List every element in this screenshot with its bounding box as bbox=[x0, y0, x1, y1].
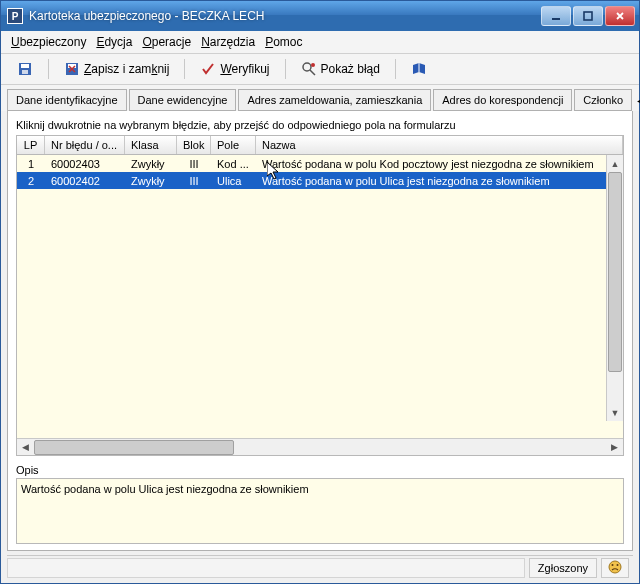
close-button[interactable] bbox=[605, 6, 635, 26]
scroll-up-icon[interactable]: ▲ bbox=[607, 155, 623, 172]
cell-klasa: Zwykły bbox=[125, 157, 177, 171]
table-header: LP Nr błędu / o... Klasa Blok Pole Nazwa bbox=[17, 136, 623, 155]
description-field[interactable]: Wartość podana w polu Ulica jest niezgod… bbox=[16, 478, 624, 544]
svg-rect-1 bbox=[584, 12, 592, 20]
scroll-down-icon[interactable]: ▼ bbox=[607, 404, 623, 421]
toolbar-separator bbox=[285, 59, 286, 79]
save-icon bbox=[17, 61, 33, 77]
svg-point-10 bbox=[609, 561, 621, 573]
titlebar[interactable]: P Kartoteka ubezpieczonego - BECZKA LECH bbox=[1, 1, 639, 31]
tab-scroll: ◀ ▶ bbox=[634, 92, 640, 108]
error-table: LP Nr błędu / o... Klasa Blok Pole Nazwa… bbox=[16, 135, 624, 456]
verify-label: Weryfikuj bbox=[220, 62, 269, 76]
scroll-thumb[interactable] bbox=[608, 172, 622, 372]
menu-pomoc[interactable]: Pomoc bbox=[265, 35, 302, 49]
book-icon bbox=[411, 61, 427, 77]
scroll-thumb[interactable] bbox=[34, 440, 234, 455]
cell-lp: 2 bbox=[17, 174, 45, 188]
scroll-track[interactable] bbox=[34, 440, 606, 455]
scroll-right-icon[interactable]: ▶ bbox=[606, 439, 623, 456]
toolbar-separator bbox=[48, 59, 49, 79]
col-klasa[interactable]: Klasa bbox=[125, 136, 177, 154]
col-nr[interactable]: Nr błędu / o... bbox=[45, 136, 125, 154]
sad-face-icon bbox=[608, 560, 622, 576]
svg-rect-3 bbox=[21, 64, 29, 68]
col-nazwa[interactable]: Nazwa bbox=[256, 136, 623, 154]
status-face bbox=[601, 558, 629, 578]
svg-rect-0 bbox=[552, 18, 560, 20]
tab-content: Kliknij dwukrotnie na wybranym błędzie, … bbox=[7, 111, 633, 551]
save-close-button[interactable]: Zapisz i zamknij bbox=[58, 57, 175, 81]
tab-czlonkowie[interactable]: Członko bbox=[574, 89, 632, 111]
window-buttons bbox=[541, 6, 635, 26]
maximize-button[interactable] bbox=[573, 6, 603, 26]
col-blok[interactable]: Blok bbox=[177, 136, 211, 154]
cell-lp: 1 bbox=[17, 157, 45, 171]
app-icon: P bbox=[7, 8, 23, 24]
horizontal-scrollbar[interactable]: ◀ ▶ bbox=[17, 438, 623, 455]
cell-blok: III bbox=[177, 157, 211, 171]
table-row[interactable]: 1 60002403 Zwykły III Kod ... Wartość po… bbox=[17, 155, 623, 172]
save-close-label: Zapisz i zamknij bbox=[84, 62, 169, 76]
cell-klasa: Zwykły bbox=[125, 174, 177, 188]
table-body: 1 60002403 Zwykły III Kod ... Wartość po… bbox=[17, 155, 623, 438]
check-icon bbox=[200, 61, 216, 77]
cell-nazwa: Wartość podana w polu Kod pocztowy jest … bbox=[256, 157, 623, 171]
vertical-scrollbar[interactable]: ▲ ▼ bbox=[606, 155, 623, 421]
cell-nazwa: Wartość podana w polu Ulica jest niezgod… bbox=[256, 174, 623, 188]
tab-dane-identyfikacyjne[interactable]: Dane identyfikacyjne bbox=[7, 89, 127, 111]
menu-narzedzia[interactable]: Narzędzia bbox=[201, 35, 255, 49]
status-label: Zgłoszony bbox=[538, 562, 588, 574]
description-text: Wartość podana w polu Ulica jest niezgod… bbox=[21, 483, 309, 495]
col-lp[interactable]: LP bbox=[17, 136, 45, 154]
app-window: P Kartoteka ubezpieczonego - BECZKA LECH… bbox=[0, 0, 640, 584]
tab-scroll-left-icon[interactable]: ◀ bbox=[634, 92, 640, 108]
cell-nr: 60002403 bbox=[45, 157, 125, 171]
show-error-label: Pokaż błąd bbox=[321, 62, 380, 76]
cell-nr: 60002402 bbox=[45, 174, 125, 188]
svg-point-7 bbox=[303, 63, 311, 71]
help-button[interactable] bbox=[405, 57, 433, 81]
cell-pole: Kod ... bbox=[211, 157, 256, 171]
cell-blok: III bbox=[177, 174, 211, 188]
scroll-left-icon[interactable]: ◀ bbox=[17, 439, 34, 456]
show-error-button[interactable]: Pokaż błąd bbox=[295, 57, 386, 81]
col-pole[interactable]: Pole bbox=[211, 136, 256, 154]
save-button[interactable] bbox=[11, 57, 39, 81]
hint-text: Kliknij dwukrotnie na wybranym błędzie, … bbox=[16, 119, 624, 131]
svg-rect-4 bbox=[22, 70, 28, 74]
svg-point-12 bbox=[617, 564, 619, 566]
menu-operacje[interactable]: Operacje bbox=[142, 35, 191, 49]
toolbar: Zapisz i zamknij Weryfikuj Pokaż błąd bbox=[1, 54, 639, 85]
menu-edycja[interactable]: Edycja bbox=[96, 35, 132, 49]
tab-bar: Dane identyfikacyjne Dane ewidencyjne Ad… bbox=[1, 85, 639, 111]
magnifier-icon bbox=[301, 61, 317, 77]
status-spacer bbox=[7, 558, 525, 578]
tab-adres-korespondencji[interactable]: Adres do korespondencji bbox=[433, 89, 572, 111]
tab-dane-ewidencyjne[interactable]: Dane ewidencyjne bbox=[129, 89, 237, 111]
verify-button[interactable]: Weryfikuj bbox=[194, 57, 275, 81]
menubar: Ubezpieczony Edycja Operacje Narzędzia P… bbox=[1, 31, 639, 54]
minimize-button[interactable] bbox=[541, 6, 571, 26]
tab-adres-zameldowania[interactable]: Adres zameldowania, zamieszkania bbox=[238, 89, 431, 111]
table-row[interactable]: 2 60002402 Zwykły III Ulica Wartość poda… bbox=[17, 172, 623, 189]
statusbar: Zgłoszony bbox=[7, 555, 633, 579]
toolbar-separator bbox=[395, 59, 396, 79]
svg-point-11 bbox=[612, 564, 614, 566]
svg-point-8 bbox=[311, 63, 315, 67]
status-zgloszony: Zgłoszony bbox=[529, 558, 597, 578]
save-close-icon bbox=[64, 61, 80, 77]
toolbar-separator bbox=[184, 59, 185, 79]
menu-ubezpieczony[interactable]: Ubezpieczony bbox=[11, 35, 86, 49]
cell-pole: Ulica bbox=[211, 174, 256, 188]
description-label: Opis bbox=[16, 464, 624, 476]
window-title: Kartoteka ubezpieczonego - BECZKA LECH bbox=[29, 9, 541, 23]
